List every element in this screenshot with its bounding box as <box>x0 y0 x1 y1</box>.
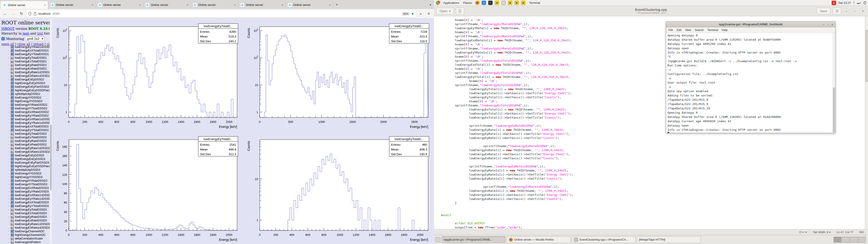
tab-close-icon[interactable]: × <box>43 3 46 7</box>
json-link[interactable]: json <box>23 32 29 35</box>
tree-item[interactable]: lowEnergyEyRateDSSD1 <box>1 63 50 67</box>
tree-item[interactable]: lowEnergyExRate1sDSSD2 <box>1 150 50 154</box>
app-menu-icon[interactable]: ≡ <box>426 10 432 17</box>
tree-item[interactable]: lowEnergyEyRate1sDSSD2 <box>1 146 50 150</box>
tree-item[interactable]: lowEnergyEyYTotalDSSD2 <box>1 128 50 132</box>
layout-select[interactable]: grid 2x2▾ <box>25 36 45 41</box>
terminal-menu-edit[interactable]: Edit <box>677 28 682 32</box>
tree-item[interactable]: lowEnergyExRateDSSD1 <box>1 67 50 70</box>
minimize-button[interactable]: – <box>844 9 849 13</box>
minimize-button[interactable]: – <box>823 23 825 26</box>
tab-close-icon[interactable]: × <box>329 3 331 6</box>
histogram-panel[interactable]: 0200400600800100012001400160018002000110… <box>52 19 243 131</box>
tab-close-icon[interactable]: × <box>281 3 284 6</box>
terminal-menu-terminal[interactable]: Terminal <box>707 28 718 32</box>
tree-item[interactable]: lowEnergyEyYRate1sDSSD2 <box>1 121 50 125</box>
workspace-3[interactable] <box>850 237 858 243</box>
browser-tab[interactable]: Online server× <box>191 1 238 9</box>
close-button[interactable]: × <box>860 9 866 13</box>
tree-item[interactable]: lowEnergyExXRateDSSD2 <box>1 110 50 114</box>
terminal-menu-file[interactable]: File <box>669 28 673 32</box>
tree-item[interactable]: highEnergyExEyDSSD3 <box>1 157 50 161</box>
tree-item[interactable]: deltaCorrelationScaler <box>1 237 50 240</box>
workspace-1[interactable] <box>834 237 841 243</box>
tree-item[interactable]: lowEnergyExEyDSSD2 <box>1 78 50 81</box>
tree-item[interactable]: lowEnergyExXTotalDSSD1 <box>1 49 50 53</box>
editor-scrollbar[interactable] <box>865 16 868 229</box>
tree-item[interactable]: xyMultiplicityDSSD3 <box>1 168 50 172</box>
tree-item[interactable]: lowEnergyExTotalDSSD2 <box>1 135 50 139</box>
places-menu[interactable]: Places <box>462 1 473 4</box>
terminal-scrollbar-thumb[interactable] <box>833 87 835 132</box>
files-launcher-icon[interactable] <box>482 1 486 5</box>
bookmark-star-icon[interactable]: ★ <box>411 12 414 16</box>
tree-item[interactable]: lowEnergyExRate1sDSSD3 <box>1 226 50 230</box>
midas-launcher-icon[interactable] <box>521 1 525 5</box>
tree-item[interactable]: lowEnergyEyYRateDSSD3 <box>1 190 50 193</box>
tree-item[interactable]: xyMultiplicityDSSD2 <box>1 92 50 96</box>
midas-launcher-icon[interactable] <box>508 1 512 5</box>
tab-close-icon[interactable]: × <box>138 3 141 6</box>
firefox-launcher-icon[interactable] <box>475 1 479 5</box>
reload-button[interactable]: ↻ <box>18 10 25 17</box>
restore-button[interactable]: ▫ <box>852 9 858 13</box>
terminal-launcher-icon[interactable] <box>488 1 493 5</box>
tree-item[interactable]: lowEnergyEyTotalDSSD3 <box>1 208 50 211</box>
tree-item[interactable]: lowEnergyXYTotalDSSD2 <box>1 106 50 110</box>
back-button[interactable]: ← <box>2 10 8 17</box>
hamburger-menu-button[interactable]: ☰ <box>833 7 841 15</box>
window-launcher-icon[interactable] <box>501 1 506 5</box>
tree-item[interactable]: lowEnergyChannelADC <box>1 230 50 233</box>
taskbar-window-button[interactable]: EventClustering.cpp (~/Programs/CA... <box>572 236 636 243</box>
tree-item[interactable]: lowEnergyExEyPairDSSD2 <box>1 85 50 89</box>
tree-item[interactable]: lowEnergyExRate1sDSSD1 <box>1 74 50 78</box>
editor-scrollbar-thumb[interactable] <box>865 30 868 82</box>
sidebar-scrollbar[interactable] <box>50 19 52 244</box>
taskbar-window-button[interactable]: >_npg@carme-gsi:~/Programs/CARME... <box>442 236 505 243</box>
tree-item[interactable]: lowEnergyExEyPairDSSD3 <box>1 161 50 164</box>
tree-item[interactable]: lowEnergyExXRateDSSD3 <box>1 186 50 190</box>
page-zoom-badge[interactable]: 90% <box>402 12 410 16</box>
volume-muted-icon[interactable]: ▬× <box>857 1 861 4</box>
forward-button[interactable]: → <box>10 10 17 17</box>
applications-menu[interactable]: Applications <box>442 1 460 4</box>
tab-close-icon[interactable]: × <box>186 3 189 6</box>
sidebar-scrollbar-thumb[interactable] <box>50 125 52 190</box>
url-bar[interactable]: localhost:8085 90% ★ <box>26 10 416 17</box>
workspace-2[interactable] <box>842 237 849 243</box>
taskbar-window-button[interactable]: Online server — Mozilla Firefox <box>507 236 570 243</box>
histogram-panel[interactable]: 05001000150020002500110102103Energy [keV… <box>243 19 434 131</box>
tree-item[interactable]: lowEnergyExXRate1sDSSD2 <box>1 118 50 121</box>
tab-width-selector[interactable]: Tab Width: 8 ▾ <box>813 231 831 234</box>
tree-item[interactable]: lowEnergyHitPattern <box>1 240 50 244</box>
tree-item[interactable]: lowEnergyXYTotalDSSD3 <box>1 183 50 186</box>
midas-launcher-icon[interactable] <box>495 1 499 5</box>
tree-item[interactable]: lowEnergyXYRateDSSD2 <box>1 103 50 106</box>
tree-item[interactable]: lowEnergyXYDSSD3 <box>1 172 50 175</box>
tree-item[interactable]: lowEnergyExXTotalDSSD2 <box>1 125 50 128</box>
tree-item[interactable]: lowEnergyExRateDSSD3 <box>1 219 50 222</box>
histogram-canvas[interactable]: 05001000150020002500110102103Energy [keV… <box>243 19 434 131</box>
jsroot-link[interactable]: JSROOT <box>1 27 14 30</box>
histogram-canvas[interactable]: 0200400600800100012001400160018002000110… <box>52 19 243 131</box>
tree-item[interactable]: highEnergyExEyDSSD2 <box>1 81 50 85</box>
browser-tab[interactable]: Online server× <box>238 1 286 9</box>
new-tab-button[interactable]: + <box>333 1 340 9</box>
tree-item[interactable]: lowEnergyEyYTotalDSSD1 <box>1 53 50 56</box>
tree-item[interactable]: lowEnergyEyRate1sDSSD1 <box>1 70 50 74</box>
power-icon[interactable] <box>864 2 866 4</box>
tree-item[interactable]: lowEnergyEyTotalDSSD2 <box>1 132 50 135</box>
tree-item[interactable]: lowEnergyXYDSSD2 <box>1 96 50 99</box>
tree-item[interactable]: highEnergyExEyDSSDPair3 <box>1 164 50 168</box>
restore-button[interactable]: ▫ <box>828 23 829 26</box>
tree-item[interactable]: lowEnergyEyRateDSSD2 <box>1 139 50 143</box>
tab-close-icon[interactable]: × <box>91 3 94 6</box>
terminal-output[interactable]: Opening dataspy 0dataSpy Shared buffer a… <box>666 33 833 133</box>
tree-item[interactable]: highEnergyChannelADC <box>1 233 50 237</box>
browser-tab[interactable]: Online server× <box>96 1 143 9</box>
histogram-panel[interactable]: 0200400600800100012001400160018002000020… <box>52 131 243 244</box>
language-selector[interactable]: C++ ▾ <box>799 231 807 234</box>
page-info-icon[interactable] <box>33 12 37 16</box>
tree-item[interactable]: lowEnergyXYRateDSSD3 <box>1 179 50 183</box>
open-button[interactable]: Open▾ <box>436 8 454 14</box>
